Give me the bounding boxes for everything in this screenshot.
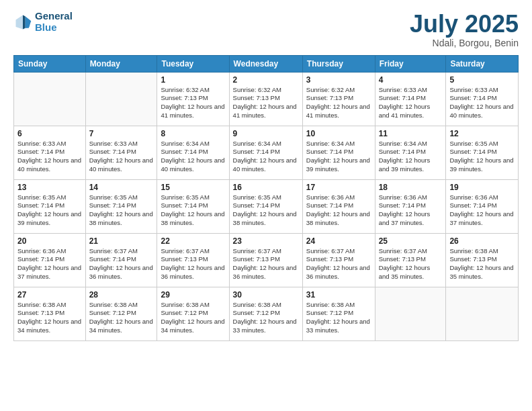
calendar-cell: 8Sunrise: 6:34 AM Sunset: 7:14 PM Daylig… [157,126,229,179]
day-info: Sunrise: 6:38 AM Sunset: 7:12 PM Dayligh… [161,301,225,335]
calendar-cell: 18Sunrise: 6:36 AM Sunset: 7:14 PM Dayli… [375,179,446,233]
day-number: 27 [17,290,82,300]
day-number: 16 [233,183,299,192]
day-info: Sunrise: 6:32 AM Sunset: 7:13 PM Dayligh… [161,86,225,120]
day-info: Sunrise: 6:35 AM Sunset: 7:14 PM Dayligh… [233,193,299,228]
day-info: Sunrise: 6:38 AM Sunset: 7:13 PM Dayligh… [17,301,82,335]
day-number: 21 [89,236,154,246]
weekday-header: Sunday [14,55,86,72]
day-info: Sunrise: 6:32 AM Sunset: 7:13 PM Dayligh… [233,86,299,120]
day-number: 5 [449,75,515,85]
day-number: 25 [379,236,443,246]
day-info: Sunrise: 6:35 AM Sunset: 7:14 PM Dayligh… [161,193,225,228]
day-number: 7 [89,129,154,138]
weekday-header: Friday [375,55,446,72]
calendar-week-row: 13Sunrise: 6:35 AM Sunset: 7:14 PM Dayli… [14,179,519,233]
day-number: 11 [379,129,443,138]
day-number: 4 [379,75,443,85]
day-info: Sunrise: 6:35 AM Sunset: 7:14 PM Dayligh… [17,193,82,228]
calendar-cell: 6Sunrise: 6:33 AM Sunset: 7:14 PM Daylig… [14,126,86,179]
calendar-cell: 7Sunrise: 6:33 AM Sunset: 7:14 PM Daylig… [85,126,157,179]
day-info: Sunrise: 6:37 AM Sunset: 7:13 PM Dayligh… [379,247,443,281]
day-info: Sunrise: 6:36 AM Sunset: 7:14 PM Dayligh… [17,247,82,281]
calendar-cell: 15Sunrise: 6:35 AM Sunset: 7:14 PM Dayli… [157,179,229,233]
day-number: 23 [233,236,299,246]
day-number: 19 [449,183,515,192]
calendar-week-row: 1Sunrise: 6:32 AM Sunset: 7:13 PM Daylig… [14,72,519,126]
day-number: 10 [306,129,371,138]
calendar-cell: 23Sunrise: 6:37 AM Sunset: 7:13 PM Dayli… [229,233,302,287]
weekday-header: Tuesday [157,55,229,72]
calendar-cell: 9Sunrise: 6:34 AM Sunset: 7:14 PM Daylig… [229,126,302,179]
calendar-cell: 25Sunrise: 6:37 AM Sunset: 7:13 PM Dayli… [375,233,446,287]
day-info: Sunrise: 6:36 AM Sunset: 7:14 PM Dayligh… [306,193,371,228]
weekday-header: Monday [85,55,157,72]
day-number: 1 [161,75,225,85]
day-info: Sunrise: 6:37 AM Sunset: 7:14 PM Dayligh… [89,247,154,281]
calendar-cell: 12Sunrise: 6:35 AM Sunset: 7:14 PM Dayli… [446,126,519,179]
location-title: Ndali, Borgou, Benin [410,38,519,48]
day-info: Sunrise: 6:34 AM Sunset: 7:14 PM Dayligh… [306,140,371,174]
day-number: 18 [379,183,443,192]
calendar-cell: 21Sunrise: 6:37 AM Sunset: 7:14 PM Dayli… [85,233,157,287]
day-number: 3 [306,75,371,85]
calendar-cell: 4Sunrise: 6:33 AM Sunset: 7:14 PM Daylig… [375,72,446,126]
day-number: 20 [17,236,82,246]
calendar-cell: 5Sunrise: 6:33 AM Sunset: 7:14 PM Daylig… [446,72,519,126]
day-number: 2 [233,75,299,85]
header: General Blue July 2025 Ndali, Borgou, Be… [13,11,519,48]
svg-marker-2 [23,15,26,29]
day-number: 6 [17,129,82,138]
day-info: Sunrise: 6:36 AM Sunset: 7:14 PM Dayligh… [379,193,443,228]
calendar-cell [14,72,86,126]
calendar-cell: 27Sunrise: 6:38 AM Sunset: 7:13 PM Dayli… [14,287,86,340]
calendar-cell: 30Sunrise: 6:38 AM Sunset: 7:12 PM Dayli… [229,287,302,340]
day-info: Sunrise: 6:37 AM Sunset: 7:13 PM Dayligh… [233,247,299,281]
day-info: Sunrise: 6:38 AM Sunset: 7:12 PM Dayligh… [89,301,154,335]
page: General Blue July 2025 Ndali, Borgou, Be… [0,0,532,411]
calendar-cell: 29Sunrise: 6:38 AM Sunset: 7:12 PM Dayli… [157,287,229,340]
day-number: 28 [89,290,154,300]
day-number: 26 [449,236,515,246]
day-info: Sunrise: 6:32 AM Sunset: 7:13 PM Dayligh… [306,86,371,120]
title-block: July 2025 Ndali, Borgou, Benin [410,11,519,48]
calendar-cell: 13Sunrise: 6:35 AM Sunset: 7:14 PM Dayli… [14,179,86,233]
day-number: 14 [89,183,154,192]
calendar-cell: 11Sunrise: 6:34 AM Sunset: 7:14 PM Dayli… [375,126,446,179]
day-info: Sunrise: 6:33 AM Sunset: 7:14 PM Dayligh… [449,86,515,120]
day-info: Sunrise: 6:37 AM Sunset: 7:13 PM Dayligh… [161,247,225,281]
calendar-cell: 16Sunrise: 6:35 AM Sunset: 7:14 PM Dayli… [229,179,302,233]
day-number: 13 [17,183,82,192]
calendar-cell [375,287,446,340]
day-info: Sunrise: 6:36 AM Sunset: 7:14 PM Dayligh… [449,193,515,228]
weekday-header: Thursday [302,55,375,72]
day-info: Sunrise: 6:33 AM Sunset: 7:14 PM Dayligh… [379,86,443,120]
day-info: Sunrise: 6:34 AM Sunset: 7:14 PM Dayligh… [233,140,299,174]
calendar-cell: 24Sunrise: 6:37 AM Sunset: 7:13 PM Dayli… [302,233,375,287]
day-info: Sunrise: 6:37 AM Sunset: 7:13 PM Dayligh… [306,247,371,281]
day-number: 15 [161,183,225,192]
day-info: Sunrise: 6:33 AM Sunset: 7:14 PM Dayligh… [17,140,82,174]
day-info: Sunrise: 6:35 AM Sunset: 7:14 PM Dayligh… [89,193,154,228]
calendar-cell: 26Sunrise: 6:38 AM Sunset: 7:13 PM Dayli… [446,233,519,287]
logo: General Blue [13,11,73,33]
day-number: 29 [161,290,225,300]
day-number: 24 [306,236,371,246]
day-info: Sunrise: 6:38 AM Sunset: 7:12 PM Dayligh… [306,301,371,335]
day-info: Sunrise: 6:38 AM Sunset: 7:12 PM Dayligh… [233,301,299,335]
calendar: SundayMondayTuesdayWednesdayThursdayFrid… [13,55,519,341]
weekday-header: Wednesday [229,55,302,72]
calendar-cell: 20Sunrise: 6:36 AM Sunset: 7:14 PM Dayli… [14,233,86,287]
svg-marker-1 [26,16,32,28]
calendar-cell [85,72,157,126]
day-number: 8 [161,129,225,138]
logo-icon [13,13,32,32]
month-title: July 2025 [410,11,519,38]
calendar-cell: 22Sunrise: 6:37 AM Sunset: 7:13 PM Dayli… [157,233,229,287]
calendar-cell: 28Sunrise: 6:38 AM Sunset: 7:12 PM Dayli… [85,287,157,340]
logo-text: General Blue [35,11,73,33]
calendar-header-row: SundayMondayTuesdayWednesdayThursdayFrid… [14,55,519,72]
day-number: 12 [449,129,515,138]
calendar-week-row: 20Sunrise: 6:36 AM Sunset: 7:14 PM Dayli… [14,233,519,287]
day-info: Sunrise: 6:38 AM Sunset: 7:13 PM Dayligh… [449,247,515,281]
